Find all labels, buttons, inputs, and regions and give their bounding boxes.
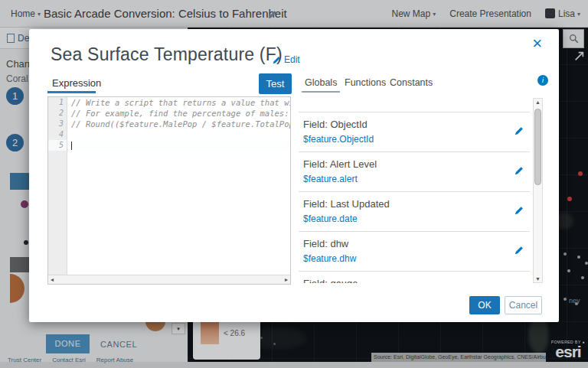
field-label: Field: Alert Level bbox=[303, 158, 507, 170]
field-reference-link[interactable]: $feature.date bbox=[303, 213, 507, 224]
scroll-up-icon[interactable]: ▲ bbox=[534, 99, 542, 105]
code-line bbox=[68, 129, 290, 140]
active-tab-indicator bbox=[47, 91, 96, 93]
list-item: Field: Alert Level $feature.alert bbox=[299, 152, 530, 192]
globals-tab-indicator bbox=[302, 91, 340, 93]
field-label: Field: ObjectId bbox=[303, 119, 507, 130]
arcgis-map-viewer-screen: Home▾ Basic Arcade Conversion: Celsius t… bbox=[0, 0, 588, 368]
line-number-gutter: 1 2 3 4 5 bbox=[48, 97, 67, 275]
line-number: 4 bbox=[48, 129, 67, 140]
list-vertical-scrollbar[interactable]: ▲ ▼ bbox=[533, 98, 543, 283]
field-label: Field: gauge bbox=[303, 278, 507, 283]
code-line-active bbox=[68, 140, 290, 151]
text-cursor bbox=[71, 142, 72, 150]
close-icon[interactable]: × bbox=[532, 35, 542, 52]
list-item: Field: dhw $feature.dhw bbox=[299, 232, 530, 272]
line-number: 2 bbox=[48, 108, 67, 119]
tab-globals[interactable]: Globals bbox=[305, 77, 337, 88]
field-reference-link[interactable]: $feature.dhw bbox=[303, 253, 507, 264]
modal-title: Sea Surface Temperature (F) bbox=[51, 44, 283, 65]
line-number: 1 bbox=[48, 97, 67, 108]
list-item: Field: gauge $feature.gauge bbox=[299, 272, 530, 283]
editor-horizontal-scrollbar[interactable]: ◂ ▸ bbox=[48, 275, 290, 284]
pencil-icon bbox=[273, 56, 281, 64]
code-line: // Write a script that returns a value t… bbox=[68, 97, 290, 108]
tab-constants[interactable]: Constants bbox=[390, 77, 433, 88]
list-item: Field: Last Updated $feature.date bbox=[299, 192, 530, 232]
test-button[interactable]: Test bbox=[259, 73, 292, 94]
pencil-icon[interactable] bbox=[514, 204, 524, 218]
scroll-down-icon[interactable]: ▼ bbox=[534, 276, 542, 282]
field-label: Field: Last Updated bbox=[303, 198, 507, 210]
line-number: 5 bbox=[48, 140, 67, 151]
cancel-button[interactable]: Cancel bbox=[505, 296, 542, 314]
scroll-right-icon[interactable]: ▸ bbox=[285, 276, 288, 284]
tab-functions[interactable]: Functions bbox=[345, 77, 386, 88]
code-input-area[interactable]: // Write a script that returns a value t… bbox=[68, 97, 290, 275]
scrollbar-thumb[interactable] bbox=[534, 109, 541, 185]
field-reference-link[interactable]: $feature.alert bbox=[303, 174, 507, 184]
scroll-left-icon[interactable]: ◂ bbox=[51, 276, 54, 284]
code-line: // For example, find the percentage of m… bbox=[68, 108, 290, 119]
expression-editor-modal: × Sea Surface Temperature (F) Edit Expre… bbox=[29, 29, 559, 322]
info-icon[interactable]: i bbox=[537, 75, 548, 86]
globals-field-list: Field: ObjectId $feature.ObjectId Field:… bbox=[299, 98, 530, 283]
ok-button[interactable]: OK bbox=[469, 296, 500, 314]
list-item: Field: ObjectId $feature.ObjectId bbox=[299, 112, 530, 152]
pencil-icon[interactable] bbox=[514, 164, 524, 178]
pencil-icon[interactable] bbox=[514, 244, 524, 258]
line-number: 3 bbox=[48, 119, 67, 129]
arcade-code-editor[interactable]: 1 2 3 4 5 // Write a script that returns… bbox=[47, 96, 291, 285]
pencil-icon[interactable] bbox=[514, 125, 524, 138]
code-line: // Round(($feature.MalePop / $feature.To… bbox=[68, 119, 290, 129]
field-label: Field: dhw bbox=[303, 238, 507, 249]
tab-expression[interactable]: Expression bbox=[52, 77, 101, 89]
edit-title-link[interactable]: Edit bbox=[273, 54, 300, 65]
field-reference-link[interactable]: $feature.ObjectId bbox=[303, 134, 507, 145]
